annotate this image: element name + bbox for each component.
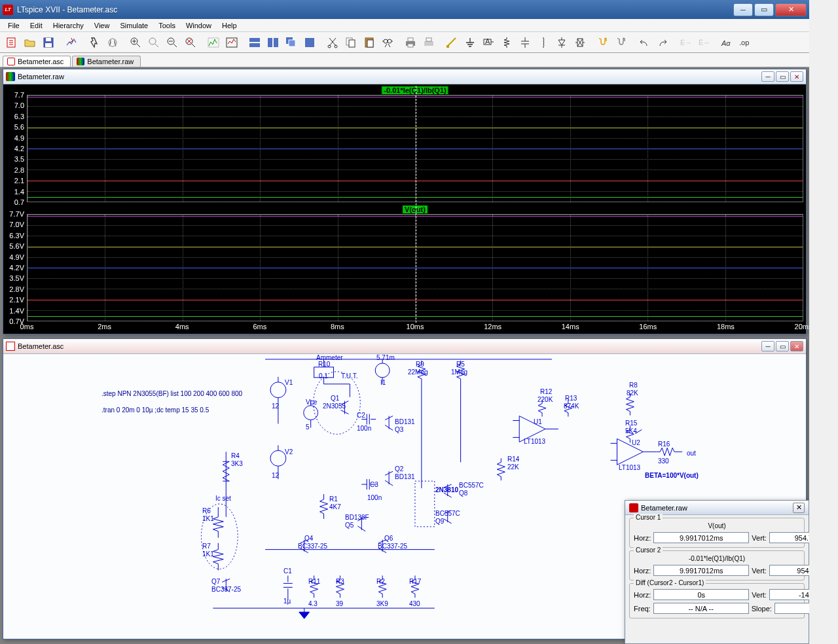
child-maximize-button[interactable]: ▭ [776,341,789,351]
svg-rect-3 [45,43,52,47]
toolbar: A É→ Ē↔ Aα .op [0,32,809,53]
waveform-window-title: Betameter.raw [18,73,761,80]
tab-label: Betameter.asc [18,58,64,65]
svg-rect-30 [426,38,431,41]
control-panel-button[interactable] [62,34,80,51]
cursor-2-vert-input[interactable] [769,565,809,576]
svg-rect-17 [305,38,314,47]
trace-label-1[interactable]: -0.01*Ie(Q1)/Ib(Q1) [381,86,448,95]
cascade-button[interactable] [282,34,300,51]
save-button[interactable] [39,34,57,51]
cursor-2-group: Cursor 2 -0.01*Ie(Q1)/Ib(Q1) Horz: Vert: [629,550,805,581]
cursor-1-horz-input[interactable] [653,532,749,543]
zoom-out-button[interactable] [163,34,181,51]
cursor-line[interactable] [416,86,416,323]
ground-button[interactable] [461,34,479,51]
run-button[interactable] [85,34,103,51]
menu-tools[interactable]: Tools [153,20,181,31]
diff-slope-input[interactable] [774,603,809,614]
child-minimize-button[interactable]: ─ [761,71,774,82]
menu-edit[interactable]: Edit [25,20,48,31]
menu-window[interactable]: Window [181,20,217,31]
open-button[interactable] [21,34,39,51]
new-schematic-button[interactable] [3,34,20,51]
svg-point-39 [270,382,286,398]
svg-rect-29 [424,41,433,46]
zoom-fit-button[interactable] [181,34,199,51]
cut-button[interactable] [323,34,341,51]
svg-rect-45 [415,481,435,527]
label-net-button[interactable]: A [479,34,497,51]
print-button[interactable] [401,34,419,51]
autorange-button[interactable] [204,34,222,51]
app-icon [629,503,638,512]
drag-button[interactable] [612,34,630,51]
svg-rect-16 [289,40,295,46]
capacitor-button[interactable] [516,34,534,51]
maximize-button[interactable]: ▭ [754,3,774,16]
svg-rect-12 [249,43,260,47]
svg-rect-13 [268,38,272,47]
svg-rect-14 [274,38,278,47]
menu-simulate[interactable]: Simulate [115,20,153,31]
menu-file[interactable]: File [3,20,25,31]
zoom-in-button[interactable] [126,34,144,51]
menu-view[interactable]: View [89,20,115,31]
svg-rect-27 [408,38,413,41]
cursor-1-trace: V(out) [634,522,800,529]
redo-button[interactable] [653,34,671,51]
minimize-button[interactable]: ─ [733,3,753,16]
waveform-viewer[interactable]: 7.77.06.35.64.94.23.52.82.11.40.7 -0.01*… [3,84,806,334]
svg-rect-2 [46,38,51,41]
tile-windows-button[interactable] [246,34,263,51]
rotate-button[interactable]: É→ [676,34,694,51]
cursor-panel[interactable]: Betameter.raw ✕ Cursor 1 V(out) Horz: Ve… [625,500,809,644]
cursor-panel-title: Betameter.raw [641,504,793,512]
component-button[interactable] [571,34,589,51]
mirror-button[interactable]: Ē↔ [695,34,712,51]
diode-button[interactable] [553,34,570,51]
menu-hierarchy[interactable]: Hierarchy [48,20,89,31]
window-titlebar: LT LTspice XVII - Betameter.asc ─ ▭ ✕ [0,0,809,19]
app-icon: LT [3,5,13,15]
waveform-window: Betameter.raw ─ ▭ ✕ 7.77.06.35.64.94.23.… [3,69,807,334]
svg-text:Aα: Aα [721,39,731,47]
mdi-area: Betameter.raw ─ ▭ ✕ 7.77.06.35.64.94.23.… [0,67,809,644]
cursor-2-horz-input[interactable] [653,565,749,576]
print-setup-button[interactable] [420,34,437,51]
tab-schematic[interactable]: Betameter.asc [3,56,71,67]
diff-horz-input[interactable] [653,589,749,600]
close-button[interactable]: ✕ [775,3,807,16]
halt-button[interactable] [103,34,121,51]
diff-freq-input[interactable] [653,603,749,614]
tab-waveform[interactable]: Betameter.raw [72,56,141,67]
spice-step-directive[interactable]: .step NPN 2N3055(BF) list 100 200 400 60… [101,390,242,397]
schematic-icon [6,342,15,351]
menu-help[interactable]: Help [217,20,242,31]
text-button[interactable]: Aα [718,34,735,51]
diff-vert-input[interactable] [769,589,809,600]
move-button[interactable] [594,34,611,51]
child-maximize-button[interactable]: ▭ [776,71,789,82]
resistor-button[interactable] [498,34,515,51]
spice-directive-button[interactable]: .op [736,34,754,51]
inductor-button[interactable] [534,34,552,51]
paste-button[interactable] [360,34,378,51]
child-close-button[interactable]: ✕ [790,71,803,82]
pick-visible-traces-button[interactable] [223,34,240,51]
draw-wire-button[interactable] [443,34,460,51]
find-button[interactable] [378,34,396,51]
cursor-panel-close-button[interactable]: ✕ [793,503,805,513]
pan-button[interactable] [145,34,162,51]
child-close-button[interactable]: ✕ [790,341,803,351]
svg-rect-11 [249,38,260,42]
close-all-button[interactable] [301,34,318,51]
copy-button[interactable] [342,34,359,51]
cursor-1-vert-input[interactable] [769,532,809,543]
tile-vert-button[interactable] [264,34,282,51]
undo-button[interactable] [635,34,653,51]
svg-point-24 [384,39,388,43]
child-minimize-button[interactable]: ─ [761,341,774,351]
trace-label-2[interactable]: V(out) [402,205,428,214]
spice-tran-directive[interactable]: .tran 0 20m 0 10µ ;dc temp 15 35 0.5 [101,406,209,414]
